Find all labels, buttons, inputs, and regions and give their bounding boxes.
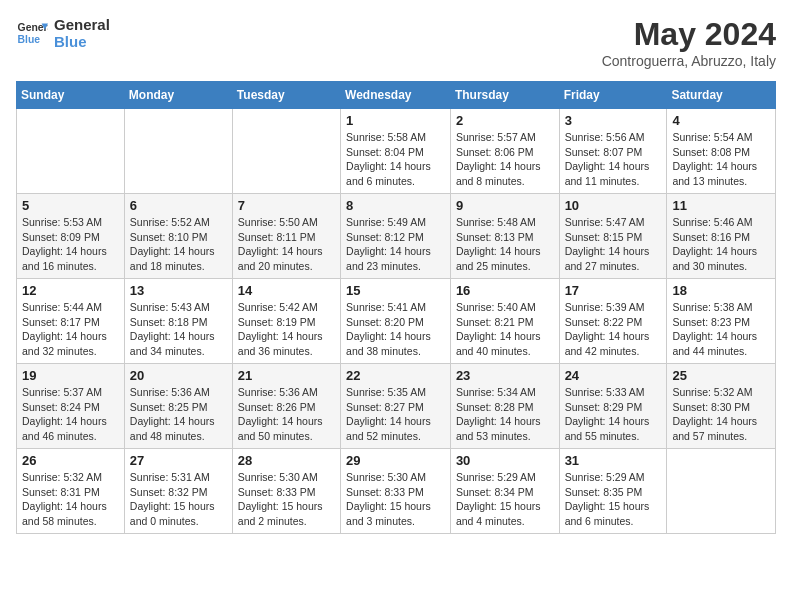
day-info: Sunrise: 5:40 AMSunset: 8:21 PMDaylight:… [456,300,554,359]
calendar-cell: 25Sunrise: 5:32 AMSunset: 8:30 PMDayligh… [667,364,776,449]
calendar-cell [667,449,776,534]
calendar-cell: 17Sunrise: 5:39 AMSunset: 8:22 PMDayligh… [559,279,667,364]
calendar-cell: 11Sunrise: 5:46 AMSunset: 8:16 PMDayligh… [667,194,776,279]
day-info: Sunrise: 5:30 AMSunset: 8:33 PMDaylight:… [238,470,335,529]
day-number: 26 [22,453,119,468]
day-info: Sunrise: 5:54 AMSunset: 8:08 PMDaylight:… [672,130,770,189]
day-number: 10 [565,198,662,213]
calendar-cell: 15Sunrise: 5:41 AMSunset: 8:20 PMDayligh… [341,279,451,364]
day-info: Sunrise: 5:33 AMSunset: 8:29 PMDaylight:… [565,385,662,444]
calendar-cell: 23Sunrise: 5:34 AMSunset: 8:28 PMDayligh… [450,364,559,449]
calendar-cell: 4Sunrise: 5:54 AMSunset: 8:08 PMDaylight… [667,109,776,194]
day-number: 15 [346,283,445,298]
calendar-cell: 3Sunrise: 5:56 AMSunset: 8:07 PMDaylight… [559,109,667,194]
day-info: Sunrise: 5:50 AMSunset: 8:11 PMDaylight:… [238,215,335,274]
calendar-cell: 21Sunrise: 5:36 AMSunset: 8:26 PMDayligh… [232,364,340,449]
calendar-cell: 1Sunrise: 5:58 AMSunset: 8:04 PMDaylight… [341,109,451,194]
day-number: 2 [456,113,554,128]
calendar-cell: 9Sunrise: 5:48 AMSunset: 8:13 PMDaylight… [450,194,559,279]
calendar-cell [124,109,232,194]
day-info: Sunrise: 5:44 AMSunset: 8:17 PMDaylight:… [22,300,119,359]
calendar-cell [232,109,340,194]
day-info: Sunrise: 5:46 AMSunset: 8:16 PMDaylight:… [672,215,770,274]
day-number: 16 [456,283,554,298]
calendar-cell: 16Sunrise: 5:40 AMSunset: 8:21 PMDayligh… [450,279,559,364]
day-info: Sunrise: 5:48 AMSunset: 8:13 PMDaylight:… [456,215,554,274]
weekday-header-tuesday: Tuesday [232,82,340,109]
calendar-cell: 30Sunrise: 5:29 AMSunset: 8:34 PMDayligh… [450,449,559,534]
day-number: 23 [456,368,554,383]
day-info: Sunrise: 5:41 AMSunset: 8:20 PMDaylight:… [346,300,445,359]
day-info: Sunrise: 5:29 AMSunset: 8:35 PMDaylight:… [565,470,662,529]
day-number: 13 [130,283,227,298]
day-info: Sunrise: 5:34 AMSunset: 8:28 PMDaylight:… [456,385,554,444]
logo: General Blue General Blue [16,16,110,50]
weekday-header-sunday: Sunday [17,82,125,109]
calendar-cell: 31Sunrise: 5:29 AMSunset: 8:35 PMDayligh… [559,449,667,534]
day-number: 8 [346,198,445,213]
day-number: 28 [238,453,335,468]
day-number: 14 [238,283,335,298]
weekday-header-saturday: Saturday [667,82,776,109]
day-number: 24 [565,368,662,383]
calendar-cell: 5Sunrise: 5:53 AMSunset: 8:09 PMDaylight… [17,194,125,279]
day-info: Sunrise: 5:32 AMSunset: 8:30 PMDaylight:… [672,385,770,444]
day-number: 6 [130,198,227,213]
calendar-table: SundayMondayTuesdayWednesdayThursdayFrid… [16,81,776,534]
day-info: Sunrise: 5:36 AMSunset: 8:26 PMDaylight:… [238,385,335,444]
day-info: Sunrise: 5:36 AMSunset: 8:25 PMDaylight:… [130,385,227,444]
day-number: 5 [22,198,119,213]
location: Controguerra, Abruzzo, Italy [602,53,776,69]
calendar-cell: 12Sunrise: 5:44 AMSunset: 8:17 PMDayligh… [17,279,125,364]
day-number: 4 [672,113,770,128]
day-number: 7 [238,198,335,213]
day-info: Sunrise: 5:56 AMSunset: 8:07 PMDaylight:… [565,130,662,189]
day-number: 30 [456,453,554,468]
weekday-header-row: SundayMondayTuesdayWednesdayThursdayFrid… [17,82,776,109]
day-number: 29 [346,453,445,468]
calendar-cell: 29Sunrise: 5:30 AMSunset: 8:33 PMDayligh… [341,449,451,534]
week-row-4: 19Sunrise: 5:37 AMSunset: 8:24 PMDayligh… [17,364,776,449]
day-number: 31 [565,453,662,468]
day-number: 19 [22,368,119,383]
day-number: 27 [130,453,227,468]
calendar-cell: 28Sunrise: 5:30 AMSunset: 8:33 PMDayligh… [232,449,340,534]
weekday-header-monday: Monday [124,82,232,109]
day-info: Sunrise: 5:31 AMSunset: 8:32 PMDaylight:… [130,470,227,529]
calendar-cell: 10Sunrise: 5:47 AMSunset: 8:15 PMDayligh… [559,194,667,279]
month-title: May 2024 [602,16,776,53]
day-number: 9 [456,198,554,213]
calendar-cell: 7Sunrise: 5:50 AMSunset: 8:11 PMDaylight… [232,194,340,279]
day-number: 3 [565,113,662,128]
day-number: 17 [565,283,662,298]
day-number: 21 [238,368,335,383]
week-row-1: 1Sunrise: 5:58 AMSunset: 8:04 PMDaylight… [17,109,776,194]
day-info: Sunrise: 5:52 AMSunset: 8:10 PMDaylight:… [130,215,227,274]
calendar-cell: 8Sunrise: 5:49 AMSunset: 8:12 PMDaylight… [341,194,451,279]
day-info: Sunrise: 5:32 AMSunset: 8:31 PMDaylight:… [22,470,119,529]
day-info: Sunrise: 5:38 AMSunset: 8:23 PMDaylight:… [672,300,770,359]
day-info: Sunrise: 5:39 AMSunset: 8:22 PMDaylight:… [565,300,662,359]
calendar-cell: 2Sunrise: 5:57 AMSunset: 8:06 PMDaylight… [450,109,559,194]
week-row-3: 12Sunrise: 5:44 AMSunset: 8:17 PMDayligh… [17,279,776,364]
calendar-cell: 24Sunrise: 5:33 AMSunset: 8:29 PMDayligh… [559,364,667,449]
calendar-cell: 14Sunrise: 5:42 AMSunset: 8:19 PMDayligh… [232,279,340,364]
calendar-cell: 13Sunrise: 5:43 AMSunset: 8:18 PMDayligh… [124,279,232,364]
calendar-cell: 19Sunrise: 5:37 AMSunset: 8:24 PMDayligh… [17,364,125,449]
day-number: 22 [346,368,445,383]
svg-text:Blue: Blue [18,34,41,45]
weekday-header-thursday: Thursday [450,82,559,109]
calendar-cell: 20Sunrise: 5:36 AMSunset: 8:25 PMDayligh… [124,364,232,449]
logo-blue: Blue [54,33,110,50]
weekday-header-wednesday: Wednesday [341,82,451,109]
day-info: Sunrise: 5:49 AMSunset: 8:12 PMDaylight:… [346,215,445,274]
weekday-header-friday: Friday [559,82,667,109]
calendar-cell: 22Sunrise: 5:35 AMSunset: 8:27 PMDayligh… [341,364,451,449]
day-info: Sunrise: 5:53 AMSunset: 8:09 PMDaylight:… [22,215,119,274]
calendar-cell: 27Sunrise: 5:31 AMSunset: 8:32 PMDayligh… [124,449,232,534]
day-info: Sunrise: 5:37 AMSunset: 8:24 PMDaylight:… [22,385,119,444]
logo-icon: General Blue [16,17,48,49]
day-info: Sunrise: 5:30 AMSunset: 8:33 PMDaylight:… [346,470,445,529]
title-block: May 2024 Controguerra, Abruzzo, Italy [602,16,776,69]
calendar-cell [17,109,125,194]
